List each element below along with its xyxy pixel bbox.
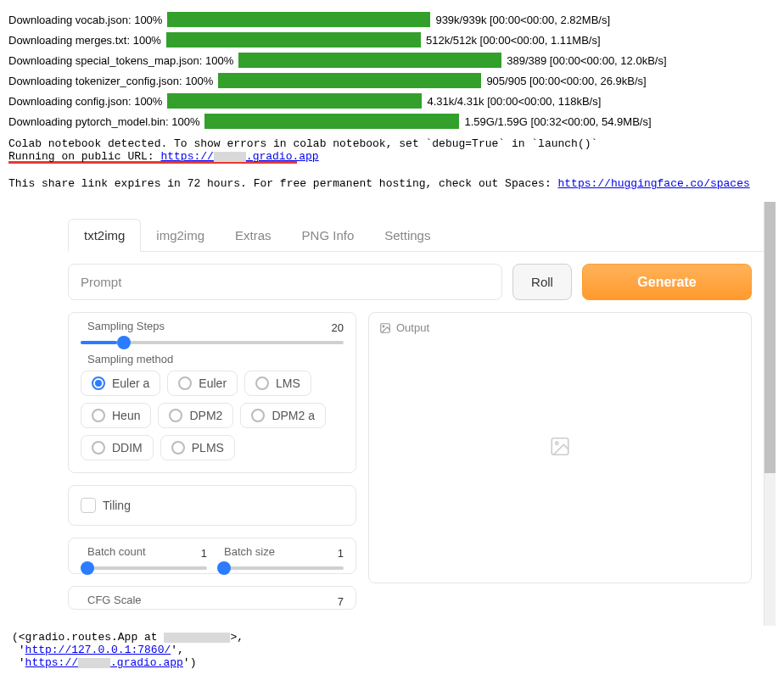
download-row: Downloading tokenizer_config.json: 100% … xyxy=(8,73,776,88)
prompt-input[interactable]: Prompt xyxy=(68,264,502,300)
console-line: This share link expires in 72 hours. For… xyxy=(8,177,776,190)
progress-bar xyxy=(238,53,501,68)
output-label: Output xyxy=(379,321,741,334)
sampling-steps-value: 20 xyxy=(320,321,344,334)
batch-card: Batch count 1 Batch size 1 xyxy=(68,538,356,574)
batch-count-field: Batch count 1 xyxy=(81,550,207,570)
progress-bar xyxy=(166,32,421,47)
progress-bar xyxy=(167,93,422,109)
radio-euler-a[interactable]: Euler a xyxy=(81,371,160,396)
scrollbar-thumb[interactable] xyxy=(764,202,776,473)
download-progress-list: Downloading vocab.json: 100% 939k/939k [… xyxy=(0,0,784,137)
batch-size-slider[interactable] xyxy=(217,566,344,570)
radio-lms[interactable]: LMS xyxy=(244,371,311,396)
right-column: Output xyxy=(368,312,752,610)
image-placeholder-icon xyxy=(549,436,571,460)
sampling-steps-field: Sampling Steps 20 xyxy=(81,325,344,344)
sampling-steps-slider[interactable] xyxy=(81,341,344,344)
radio-euler[interactable]: Euler xyxy=(167,371,238,396)
checkbox-icon xyxy=(81,498,96,513)
svg-point-1 xyxy=(383,326,384,327)
footer-line: 'https://.gradio.app') xyxy=(12,656,772,669)
download-label: Downloading config.json: 100% xyxy=(8,95,162,108)
cfg-card: CFG Scale 7 xyxy=(68,586,356,610)
sampling-method-field: Sampling method Euler a Euler LMS Heun D… xyxy=(81,358,344,460)
tab-txt2img[interactable]: txt2img xyxy=(68,219,141,252)
batch-count-value: 1 xyxy=(183,547,207,560)
download-row: Downloading special_tokens_map.json: 100… xyxy=(8,53,776,68)
image-icon xyxy=(379,322,391,334)
cfg-label: CFG Scale xyxy=(84,594,145,606)
progress-bar xyxy=(167,12,430,27)
return-tuple: (<gradio.routes.App at >, 'http://127.0.… xyxy=(0,626,784,677)
batch-size-label: Batch size xyxy=(221,545,278,558)
download-stats: 1.59G/1.59G [00:32<00:00, 54.9MB/s] xyxy=(464,115,651,128)
radio-circle-icon xyxy=(92,409,105,422)
tiling-card: Tiling xyxy=(68,485,356,526)
radio-dpm2a[interactable]: DPM2 a xyxy=(240,403,326,428)
download-stats: 4.31k/4.31k [00:00<00:00, 118kB/s] xyxy=(427,95,601,108)
download-label: Downloading merges.txt: 100% xyxy=(8,34,161,47)
radio-circle-icon xyxy=(178,376,192,390)
radio-plms[interactable]: PLMS xyxy=(160,435,235,460)
tab-png-info[interactable]: PNG Info xyxy=(287,220,370,251)
radio-ddim[interactable]: DDIM xyxy=(81,435,154,460)
radio-circle-icon xyxy=(92,441,105,454)
radio-circle-icon xyxy=(169,409,182,422)
download-stats: 389/389 [00:00<00:00, 12.0kB/s] xyxy=(507,54,666,67)
download-row: Downloading pytorch_model.bin: 100% 1.59… xyxy=(8,114,776,129)
sampling-method-options: Euler a Euler LMS Heun DPM2 DPM2 a DDIM … xyxy=(81,371,344,460)
slider-thumb-icon[interactable] xyxy=(81,561,94,575)
radio-circle-icon xyxy=(92,376,105,390)
download-stats: 939k/939k [00:00<00:00, 2.82MB/s] xyxy=(435,14,610,26)
scrollbar[interactable] xyxy=(764,202,776,626)
batch-count-slider[interactable] xyxy=(81,566,207,570)
progress-bar xyxy=(204,114,459,129)
public-url-link[interactable]: https://.gradio.app xyxy=(160,150,318,163)
console-line: Colab notebook detected. To show errors … xyxy=(8,137,776,150)
roll-button[interactable]: Roll xyxy=(512,264,572,300)
redacted-icon xyxy=(214,152,246,162)
batch-count-label: Batch count xyxy=(84,545,149,558)
generate-button[interactable]: Generate xyxy=(582,264,752,300)
download-label: Downloading tokenizer_config.json: 100% xyxy=(8,75,213,87)
local-url-link[interactable]: http://127.0.0.1:7860/ xyxy=(25,644,171,656)
download-row: Downloading config.json: 100% 4.31k/4.31… xyxy=(8,93,776,109)
spaces-link[interactable]: https://huggingface.co/spaces xyxy=(558,177,750,190)
left-column: Sampling Steps 20 Sampling method Euler … xyxy=(68,312,356,610)
svg-point-3 xyxy=(556,442,558,444)
main-columns: Sampling Steps 20 Sampling method Euler … xyxy=(68,312,764,610)
redacted-icon xyxy=(164,633,230,643)
sampling-steps-label: Sampling Steps xyxy=(84,320,168,332)
tab-img2img[interactable]: img2img xyxy=(141,220,220,251)
redacted-icon xyxy=(78,658,110,668)
tab-extras[interactable]: Extras xyxy=(220,220,287,251)
download-row: Downloading vocab.json: 100% 939k/939k [… xyxy=(8,12,776,27)
top-row: Prompt Roll Generate xyxy=(68,264,764,300)
download-stats: 905/905 [00:00<00:00, 26.9kB/s] xyxy=(486,75,646,87)
radio-circle-icon xyxy=(171,441,185,454)
radio-circle-icon xyxy=(255,376,269,390)
download-label: Downloading vocab.json: 100% xyxy=(8,14,162,26)
batch-size-field: Batch size 1 xyxy=(217,550,344,570)
console-output: Colab notebook detected. To show errors … xyxy=(0,137,784,195)
slider-thumb-icon[interactable] xyxy=(217,561,231,575)
sampling-card: Sampling Steps 20 Sampling method Euler … xyxy=(68,312,356,473)
cfg-value: 7 xyxy=(320,595,344,608)
slider-thumb-icon[interactable] xyxy=(117,336,131,349)
tiling-checkbox[interactable]: Tiling xyxy=(81,498,344,513)
download-stats: 512k/512k [00:00<00:00, 1.11MB/s] xyxy=(426,34,601,47)
progress-bar xyxy=(218,73,481,88)
download-label: Downloading pytorch_model.bin: 100% xyxy=(8,115,199,128)
public-url-link[interactable]: https://.gradio.app xyxy=(25,656,183,669)
batch-size-value: 1 xyxy=(320,547,344,560)
radio-heun[interactable]: Heun xyxy=(81,403,151,428)
footer-line: (<gradio.routes.App at >, xyxy=(12,631,772,644)
sampling-method-label: Sampling method xyxy=(84,353,176,365)
download-row: Downloading merges.txt: 100% 512k/512k [… xyxy=(8,32,776,47)
radio-circle-icon xyxy=(251,409,265,422)
radio-dpm2[interactable]: DPM2 xyxy=(158,403,233,428)
app-frame: txt2img img2img Extras PNG Info Settings… xyxy=(8,202,776,626)
download-label: Downloading special_tokens_map.json: 100… xyxy=(8,54,233,67)
tab-settings[interactable]: Settings xyxy=(369,220,445,251)
